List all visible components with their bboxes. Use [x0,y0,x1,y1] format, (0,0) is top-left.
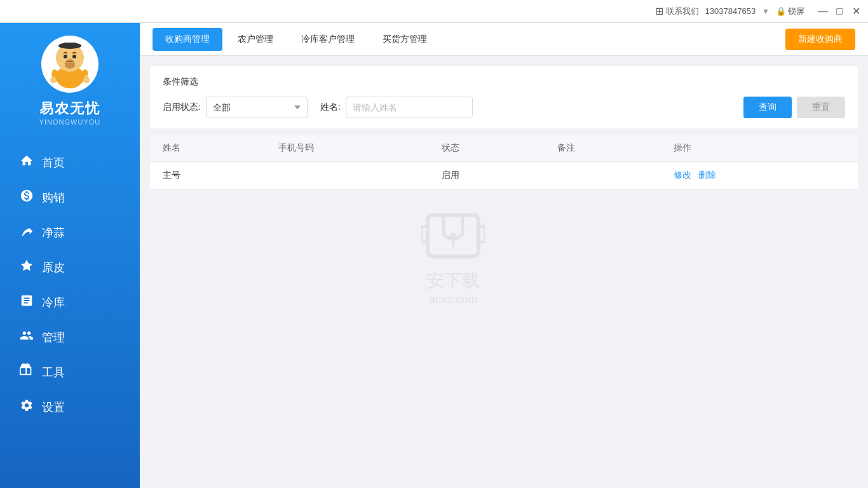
tab-cold-customer[interactable]: 冷库客户管理 [288,28,367,51]
contact-label: 联系我们 [666,6,699,17]
svg-point-4 [64,55,67,58]
cell-phone [266,162,429,189]
phone-suffix: ▼ [762,7,770,16]
content-area: 收购商管理农户管理冷库客户管理买货方管理 新建收购商 条件筛选 启用状态: 全部… [140,23,868,488]
status-select[interactable]: 全部 启用 禁用 [206,97,308,118]
table-header-row: 姓名手机号码状态备注操作 [150,135,858,162]
table-row: 主号 启用 修改 删除 [150,162,858,189]
table-column-header: 操作 [661,135,858,162]
svg-point-10 [50,77,57,83]
sidebar-item-purchase[interactable]: 购销 [0,180,140,215]
sidebar-item-label-settings: 设置 [42,400,65,415]
name-label: 姓名: [320,102,341,113]
grid-icon: ⊞ [655,5,663,17]
cell-action: 修改 删除 [661,162,858,189]
title-bar: ⊞ 联系我们 13037847653 ▼ 🔒 锁屏 — □ ✕ [0,0,868,23]
cold-icon [19,294,34,311]
sidebar-item-tools[interactable]: 工具 [0,355,140,390]
tabs: 收购商管理农户管理冷库客户管理买货方管理 [153,23,440,55]
maximize-button[interactable]: □ [834,6,845,17]
table-column-header: 状态 [429,135,545,162]
new-buyer-button[interactable]: 新建收购商 [785,29,855,50]
garlic-icon [19,224,34,241]
tab-buyer[interactable]: 收购商管理 [153,28,222,51]
filter-title: 条件筛选 [163,76,845,88]
purchase-icon [19,189,34,206]
title-bar-right: ⊞ 联系我们 13037847653 ▼ 🔒 锁屏 — □ ✕ [655,5,862,17]
phone-number: 13037847653 [705,6,756,16]
svg-point-5 [72,55,76,58]
home-icon [19,154,34,171]
logo-title: 易农无忧 [39,99,100,118]
query-button[interactable]: 查询 [743,97,792,118]
filter-section: 条件筛选 启用状态: 全部 启用 禁用 姓名: [150,66,858,128]
sidebar-item-label-tools: 工具 [42,365,65,380]
data-table: 姓名手机号码状态备注操作 主号 启用 修改 删除 [150,135,858,189]
logo-avatar [41,36,98,93]
sidebar-item-label-rawhide: 原皮 [42,260,65,275]
cell-status: 启用 [429,162,545,189]
close-button[interactable]: ✕ [850,6,862,17]
svg-rect-3 [64,43,76,48]
window-controls: — □ ✕ [817,6,862,17]
tab-buyer-mgr[interactable]: 买货方管理 [370,28,440,51]
lock-label: 锁屏 [788,6,804,17]
sidebar-item-label-manage: 管理 [42,330,65,345]
settings-icon [19,398,34,416]
main-content: 条件筛选 启用状态: 全部 启用 禁用 姓名: [140,56,868,488]
sidebar-item-garlic[interactable]: 净蒜 [0,215,140,250]
cell-remark [545,162,660,189]
filter-row: 启用状态: 全部 启用 禁用 姓名: 查询 重置 [163,97,845,118]
sidebar-item-label-purchase: 购销 [42,190,65,205]
table-column-header: 手机号码 [266,135,429,162]
reset-button[interactable]: 重置 [797,97,845,118]
table-head: 姓名手机号码状态备注操作 [150,135,858,162]
table-column-header: 姓名 [150,135,266,162]
action-删除[interactable]: 删除 [698,170,716,180]
sidebar-item-label-cold: 冷库 [42,295,65,310]
sidebar-item-label-home: 首页 [42,155,65,170]
contact-area: ⊞ 联系我们 [655,5,699,17]
tab-bar: 收购商管理农户管理冷库客户管理买货方管理 新建收购商 [140,23,868,56]
sidebar-item-home[interactable]: 首页 [0,145,140,180]
minimize-button[interactable]: — [817,6,829,17]
lock-icon: 🔒 [776,6,786,16]
manage-icon [19,329,34,346]
cell-name: 主号 [150,162,266,189]
sidebar-item-cold[interactable]: 冷库 [0,285,140,320]
sidebar: 易农无忧 YINONGWUYOU 首页 购销 净蒜 原皮 冷库 管理 工具 [0,23,140,488]
name-input[interactable] [346,97,473,118]
sidebar-item-settings[interactable]: 设置 [0,390,140,424]
lock-area[interactable]: 🔒 锁屏 [776,6,804,17]
sidebar-item-rawhide[interactable]: 原皮 [0,250,140,285]
table-column-header: 备注 [545,135,660,162]
table-section: 姓名手机号码状态备注操作 主号 启用 修改 删除 [150,135,858,189]
sidebar-nav: 首页 购销 净蒜 原皮 冷库 管理 工具 设置 [0,145,140,424]
app-body: 易农无忧 YINONGWUYOU 首页 购销 净蒜 原皮 冷库 管理 工具 [0,23,868,488]
table-body: 主号 启用 修改 删除 [150,162,858,189]
tab-farmer[interactable]: 农户管理 [225,28,286,51]
sidebar-item-manage[interactable]: 管理 [0,320,140,355]
rawhide-icon [19,259,34,276]
logo-icon [44,39,95,90]
svg-rect-12 [85,75,88,78]
svg-point-7 [65,62,75,69]
logo-area: 易农无忧 YINONGWUYOU [39,36,101,126]
action-修改[interactable]: 修改 [674,170,691,180]
status-label: 启用状态: [163,102,201,113]
tools-icon [19,363,34,381]
filter-buttons: 查询 重置 [743,97,845,118]
status-filter-group: 启用状态: 全部 启用 禁用 [163,97,308,118]
logo-subtitle: YINONGWUYOU [39,118,101,126]
name-filter-group: 姓名: [320,97,473,118]
sidebar-item-label-garlic: 净蒜 [42,225,65,240]
